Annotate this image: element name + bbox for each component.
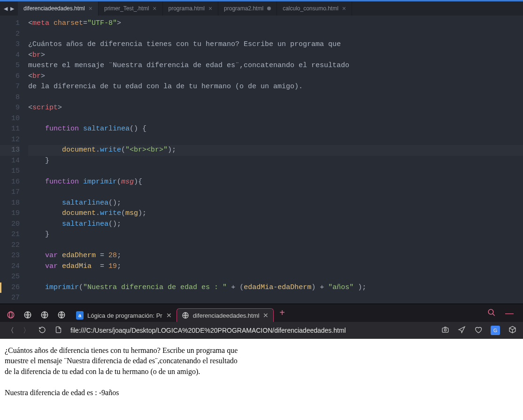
- tab-nav-next-icon[interactable]: ▶: [10, 6, 14, 12]
- close-tab-icon[interactable]: ✕: [263, 312, 269, 319]
- code-line[interactable]: [28, 135, 523, 145]
- code-line[interactable]: de la diferencia de tu edad con la de tu…: [28, 82, 523, 92]
- code-content[interactable]: <meta charset="UTF-8">¿Cuántos años de d…: [28, 18, 523, 304]
- code-line[interactable]: document.write(msg);: [28, 208, 523, 219]
- tab-label: calculo_consumo.html: [283, 5, 338, 12]
- code-line[interactable]: }: [28, 156, 523, 167]
- code-line[interactable]: [28, 187, 523, 198]
- code-line[interactable]: [28, 240, 523, 251]
- code-line[interactable]: <br>: [28, 71, 523, 82]
- line-number: 13: [0, 145, 20, 156]
- page-result-line: Nuestra diferencia de edad es : -9años: [5, 388, 518, 398]
- back-button[interactable]: 〈: [7, 326, 14, 335]
- editor-tab[interactable]: calculo_consumo.html×: [277, 1, 352, 15]
- rendered-page: ¿Cuántos años de diferencia tienes con t…: [0, 339, 523, 420]
- code-line[interactable]: [28, 166, 523, 177]
- snapshot-icon[interactable]: [441, 326, 449, 335]
- heart-icon[interactable]: [474, 326, 482, 335]
- close-tab-icon[interactable]: ×: [153, 5, 156, 12]
- browser-tab[interactable]: diferenciadeedades.html✕: [177, 308, 274, 322]
- globe-icon[interactable]: [23, 311, 32, 319]
- code-line[interactable]: }: [28, 229, 523, 240]
- line-number: 4: [0, 50, 20, 61]
- file-icon: [54, 326, 62, 335]
- svg-point-6: [488, 309, 493, 314]
- google-translate-icon[interactable]: G: [491, 326, 500, 335]
- line-number: 6: [0, 71, 20, 82]
- code-editor: ◀ ▶ diferenciadeedades.html×primer_Test_…: [0, 1, 523, 304]
- code-line[interactable]: ¿Cuántos años de diferencia tienes con t…: [28, 39, 523, 50]
- close-tab-icon[interactable]: ×: [89, 5, 92, 12]
- code-area[interactable]: 1234567891011121314151617181920212223242…: [0, 15, 523, 304]
- code-line[interactable]: var edadMia = 19;: [28, 261, 523, 272]
- forward-button[interactable]: 〉: [23, 326, 30, 335]
- svg-point-8: [444, 329, 446, 331]
- opera-gx-icon[interactable]: [7, 311, 15, 319]
- code-line[interactable]: function saltarlinea() {: [28, 124, 523, 135]
- code-line[interactable]: saltarlinea();: [28, 219, 523, 230]
- new-tab-button[interactable]: +: [275, 305, 290, 322]
- minimize-icon[interactable]: —: [505, 308, 514, 318]
- code-line[interactable]: muestre el mensaje ¨Nuestra diferencia d…: [28, 61, 523, 71]
- line-number: 1: [0, 18, 20, 29]
- search-icon[interactable]: [487, 308, 496, 318]
- line-number: 26: [0, 283, 20, 293]
- tab-nav-prev-icon[interactable]: ◀: [4, 6, 8, 12]
- editor-tab[interactable]: programa.html×: [163, 1, 219, 15]
- globe-icon-3[interactable]: [57, 311, 66, 319]
- code-line[interactable]: imprimir("Nuestra diferencia de edad es …: [28, 283, 523, 293]
- browser-tab-label: Lógica de programación: Pr: [87, 312, 162, 319]
- browser-sidebar-icons: [3, 311, 70, 322]
- browser-tabbar: aLógica de programación: Pr✕diferenciade…: [0, 304, 523, 322]
- line-number: 16: [0, 177, 20, 188]
- close-tab-icon[interactable]: ×: [208, 5, 212, 12]
- line-number: 21: [0, 229, 20, 240]
- line-number: 27: [0, 293, 20, 304]
- line-number: 22: [0, 240, 20, 251]
- tab-nav-arrows: ◀ ▶: [0, 1, 18, 15]
- page-text-line: muestre el mensaje ¨Nuestra diferencia d…: [5, 356, 518, 366]
- code-line[interactable]: document.write("<br><br>");: [28, 145, 523, 156]
- cube-icon[interactable]: [508, 326, 516, 335]
- code-line[interactable]: [28, 293, 523, 304]
- line-number: 18: [0, 198, 20, 209]
- browser-tab-label: diferenciadeedades.html: [193, 312, 260, 319]
- send-icon[interactable]: [458, 326, 466, 335]
- page-text-line: de la diferencia de tu edad con la de tu…: [5, 367, 518, 377]
- close-tab-icon[interactable]: ×: [342, 5, 346, 12]
- line-number: 11: [0, 124, 20, 135]
- code-line[interactable]: [28, 29, 523, 40]
- browser-address-bar: 〈 〉 file:///C:/Users/joaqu/Desktop/LOGIC…: [0, 322, 523, 339]
- browser-tab[interactable]: aLógica de programación: Pr✕: [71, 309, 177, 322]
- git-change-marker: [0, 283, 1, 293]
- line-number: 3: [0, 39, 20, 50]
- line-number: 9: [0, 103, 20, 114]
- editor-tab[interactable]: programa2.html: [218, 1, 277, 15]
- line-number: 12: [0, 135, 20, 145]
- line-number: 23: [0, 251, 20, 261]
- editor-tab[interactable]: diferenciadeedades.html×: [18, 1, 99, 15]
- line-number: 10: [0, 114, 20, 124]
- tab-label: primer_Test_.html: [104, 5, 149, 12]
- code-line[interactable]: [28, 114, 523, 124]
- line-number: 7: [0, 82, 20, 92]
- globe-icon-2[interactable]: [40, 311, 49, 319]
- line-number: 19: [0, 208, 20, 219]
- url-text[interactable]: file:///C:/Users/joaqu/Desktop/LOGICA%20…: [70, 327, 433, 334]
- globe-favicon: [182, 312, 189, 319]
- editor-tab[interactable]: primer_Test_.html×: [99, 1, 163, 15]
- code-line[interactable]: function imprimir(msg){: [28, 177, 523, 188]
- code-line[interactable]: <script>: [28, 103, 523, 114]
- close-tab-icon[interactable]: ✕: [166, 312, 172, 319]
- code-line[interactable]: [28, 272, 523, 283]
- reload-button[interactable]: [38, 326, 46, 335]
- line-number: 8: [0, 92, 20, 103]
- svg-point-0: [8, 312, 14, 318]
- code-line[interactable]: <br>: [28, 50, 523, 61]
- code-line[interactable]: var edaDherm = 28;: [28, 251, 523, 261]
- code-line[interactable]: [28, 92, 523, 103]
- code-line[interactable]: saltarlinea();: [28, 198, 523, 209]
- tab-label: programa.html: [169, 5, 205, 12]
- code-line[interactable]: <meta charset="UTF-8">: [28, 18, 523, 29]
- line-number: 5: [0, 61, 20, 71]
